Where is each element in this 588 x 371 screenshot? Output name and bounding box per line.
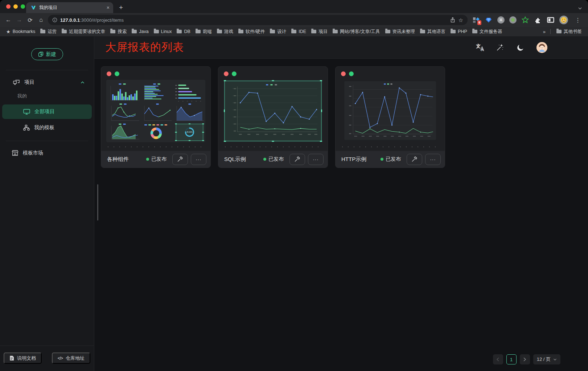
- card-green-dot: [115, 71, 119, 76]
- folder-icon: [40, 30, 45, 33]
- sidebar-toggle-icon[interactable]: [547, 16, 555, 24]
- language-toggle-icon[interactable]: 文 A: [476, 44, 484, 51]
- reload-button[interactable]: ⟳: [25, 15, 36, 25]
- page-header: 大屏报表的列表 文 A: [94, 36, 588, 59]
- edit-project-button[interactable]: [289, 154, 305, 165]
- card-red-dot: [341, 71, 346, 76]
- new-tab-button[interactable]: +: [119, 4, 123, 11]
- bookmark-folder[interactable]: IDE: [289, 29, 309, 34]
- more-actions-button[interactable]: ···: [308, 154, 324, 165]
- gauge-value: 25.00%: [186, 131, 193, 133]
- next-page-button[interactable]: [520, 354, 530, 364]
- bookmarks-overflow-icon[interactable]: »: [542, 29, 547, 34]
- bookmark-folder[interactable]: 前端: [193, 29, 214, 35]
- more-icon: ···: [196, 157, 202, 162]
- folder-icon: [385, 30, 390, 33]
- dotted-divider: [108, 147, 204, 147]
- edit-project-button[interactable]: [407, 154, 422, 165]
- bookmark-folder[interactable]: 文件服务器: [470, 29, 505, 35]
- extensions-puzzle-icon[interactable]: [534, 16, 542, 24]
- chevron-up-icon[interactable]: [81, 81, 85, 84]
- sidebar-group-mine: 我的: [0, 93, 94, 99]
- folder-icon: [420, 30, 425, 33]
- bookmark-folder[interactable]: 运营: [38, 29, 59, 35]
- bookmark-folder[interactable]: Java: [129, 29, 151, 34]
- code-icon: </>: [58, 356, 63, 361]
- extension-gem-icon[interactable]: [485, 16, 493, 24]
- bookmark-folder[interactable]: 项目: [309, 29, 330, 35]
- hammer-icon: [294, 156, 300, 162]
- tab-title: 我的项目: [39, 5, 104, 11]
- theme-wand-icon[interactable]: [495, 43, 505, 52]
- url-path: :3000/#/project/items: [80, 17, 124, 23]
- browser-window: 我的项目 × + ← → ⟳ ⌂ 127.0.0.1:3000/#/projec…: [0, 0, 588, 371]
- bookmark-folder[interactable]: 软件/硬件: [236, 29, 267, 35]
- project-card[interactable]: SQL示例 已发布 ···: [218, 66, 328, 168]
- extensions-row: 9 ⌘ ⋮: [470, 16, 585, 24]
- bookmark-folder[interactable]: 网站/博客/文章/工具: [330, 29, 382, 35]
- site-info-icon[interactable]: [52, 17, 57, 22]
- page-number-1[interactable]: 1: [506, 354, 517, 364]
- bookmark-folder[interactable]: DB: [174, 29, 193, 34]
- bookmarks-manager[interactable]: ★Bookmarks: [4, 29, 38, 34]
- publish-status: 已发布: [381, 156, 401, 162]
- bookmark-folder[interactable]: 其他语言: [418, 29, 448, 35]
- url-host: 127.0.0.1: [60, 17, 80, 23]
- sidebar-item-my-templates[interactable]: 我的模板: [2, 120, 92, 135]
- more-icon: ···: [313, 157, 319, 162]
- browser-tab[interactable]: 我的项目 ×: [26, 2, 113, 13]
- bookmark-folder[interactable]: 近期需要读的文章: [59, 29, 108, 35]
- docs-button[interactable]: 说明文档: [4, 353, 42, 364]
- back-button[interactable]: ←: [3, 15, 14, 25]
- new-project-button[interactable]: 新建: [31, 48, 63, 60]
- folder-icon: [196, 30, 201, 33]
- folder-icon: [132, 30, 137, 33]
- bookmark-star-icon[interactable]: ☆: [459, 17, 463, 23]
- forward-button[interactable]: →: [14, 15, 25, 25]
- folder-icon: [291, 30, 296, 33]
- folder-icon: [333, 30, 338, 33]
- sidebar-item-template-market[interactable]: 模板市场: [0, 145, 94, 161]
- project-name: SQL示例: [224, 156, 260, 163]
- card-green-dot: [232, 71, 237, 76]
- tab-search-chevron-icon[interactable]: [578, 5, 582, 11]
- sidebar-item-all-projects[interactable]: 全部项目: [2, 104, 92, 119]
- edit-project-button[interactable]: [172, 154, 188, 165]
- project-list-content: 25.00% 各种组件 已发布 ···: [94, 59, 588, 371]
- bookmark-folder[interactable]: Linux: [151, 29, 174, 34]
- bookmark-folder[interactable]: 游戏: [214, 29, 236, 35]
- copy-plus-icon: [38, 51, 44, 57]
- page-size-select[interactable]: 12 / 页: [533, 354, 560, 364]
- bookmark-folder[interactable]: PHP: [448, 29, 470, 34]
- bookmark-folder[interactable]: 搜索: [108, 29, 129, 35]
- extension-blue-diamond-icon[interactable]: 9: [472, 16, 480, 24]
- home-button[interactable]: ⌂: [36, 15, 46, 25]
- bookmark-folder[interactable]: 资讯未整理: [383, 29, 418, 35]
- dark-mode-moon-icon[interactable]: [516, 43, 525, 52]
- monitor-icon: [23, 109, 30, 115]
- repo-button[interactable]: </> 仓库地址: [52, 353, 90, 364]
- user-avatar[interactable]: [536, 42, 547, 53]
- scrollbar-thumb[interactable]: [97, 184, 98, 220]
- project-card[interactable]: 25.00% 各种组件 已发布 ···: [101, 66, 211, 168]
- browser-menu-icon[interactable]: ⋮: [573, 17, 583, 24]
- minimize-window-button[interactable]: [13, 4, 18, 9]
- other-bookmarks-folder[interactable]: 其他书签: [554, 29, 584, 35]
- address-bar[interactable]: 127.0.0.1:3000/#/project/items ☆: [48, 15, 468, 25]
- project-card[interactable]: HTTP示例 已发布 ···: [335, 66, 445, 168]
- maximize-window-button[interactable]: [21, 4, 25, 9]
- extension-green-star-icon[interactable]: [521, 16, 529, 24]
- extension-command-icon[interactable]: ⌘: [497, 16, 505, 24]
- extension-green-dot-icon[interactable]: [509, 16, 517, 24]
- sidebar-section-project[interactable]: 项目: [0, 75, 94, 90]
- more-actions-button[interactable]: ···: [191, 154, 206, 165]
- folder-icon: [556, 30, 562, 33]
- profile-avatar-icon[interactable]: [559, 16, 568, 24]
- more-actions-button[interactable]: ···: [425, 154, 441, 165]
- share-icon[interactable]: [450, 17, 456, 23]
- bookmark-folder[interactable]: 设计: [267, 29, 289, 35]
- close-window-button[interactable]: [6, 4, 11, 9]
- tab-close-icon[interactable]: ×: [107, 5, 110, 10]
- prev-page-button[interactable]: [493, 354, 503, 364]
- status-dot: [381, 158, 383, 161]
